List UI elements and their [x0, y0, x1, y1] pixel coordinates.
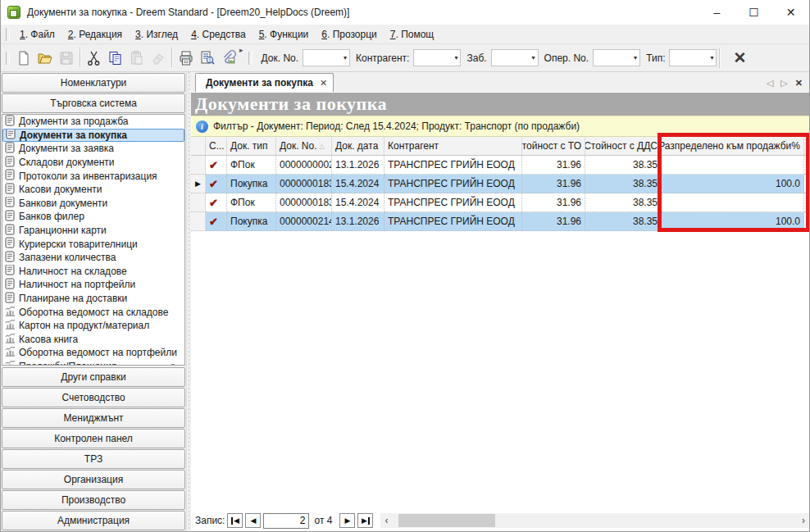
sidebar-item-label: Документи за продажба	[19, 116, 128, 127]
column-header-doc_date[interactable]: Док. дата	[332, 137, 385, 156]
column-header-value_vat[interactable]: Стойност с ДДС	[585, 137, 662, 156]
sidebar-item[interactable]: Касови документи	[2, 183, 184, 197]
table-row[interactable]: ▶✔Покупка000000018315.4.2024ТРАНСПРЕС ГР…	[191, 175, 809, 193]
row-selector[interactable]: ▶	[191, 175, 206, 193]
record-number-input[interactable]	[263, 513, 309, 529]
scrollbar-thumb[interactable]	[398, 514, 495, 527]
application-window: Документи за покупка - Dreem Standard - …	[0, 0, 810, 532]
column-header-check[interactable]: С...	[206, 137, 227, 156]
row-filler	[804, 193, 809, 212]
sidebar-item[interactable]: Протоколи за инвентаризация	[2, 169, 184, 183]
sidebar-item[interactable]: Документи за покупка	[2, 129, 184, 143]
column-header-doc_type[interactable]: Док. тип	[227, 137, 276, 156]
filter-combo-3[interactable]: ▾	[491, 49, 539, 66]
cell-check: ✔	[206, 212, 227, 231]
column-header-value_to[interactable]: Стойност с ТО	[522, 137, 585, 156]
scroll-left-icon[interactable]: ‹	[380, 515, 392, 526]
row-selector[interactable]	[191, 212, 206, 231]
sidebar-section-button-bottom-7[interactable]: Производство	[2, 490, 185, 510]
attach-icon[interactable]	[218, 48, 239, 69]
maximize-icon[interactable]: ☐	[735, 0, 772, 25]
sidebar-section-button-bottom-4[interactable]: Контролен панел	[2, 429, 185, 448]
sidebar-list: Документи за продажбаДокументи за покупк…	[2, 114, 185, 366]
horizontal-scrollbar[interactable]: ‹ ›	[380, 513, 809, 528]
menu-item-6[interactable]: 6. Прозорци	[315, 26, 383, 43]
tab-documents-purchase[interactable]: Документи за покупка ✕	[195, 73, 334, 92]
close-icon[interactable]: ✕	[772, 0, 809, 25]
table-row[interactable]: ✔ФПок000000000213.1.2026ТРАНСПРЕС ГРИЙН …	[191, 156, 809, 175]
sidebar-item[interactable]: Наличност на складове	[2, 265, 184, 279]
sidebar-bottom-buttons: Други справкиСчетоводствоМениджмънтКонтр…	[1, 366, 186, 531]
open-folder-icon[interactable]	[34, 48, 56, 69]
filter-combo-5[interactable]: ▾	[669, 49, 717, 66]
sidebar-item-label: Банкови документи	[19, 198, 107, 209]
sidebar-item[interactable]: Оборотна ведомост на складове	[2, 305, 184, 319]
report-icon	[5, 319, 16, 332]
menu-item-4[interactable]: 4. Средства	[184, 26, 253, 43]
filter-combo-4[interactable]: ▾	[593, 49, 640, 66]
row-selector[interactable]	[191, 156, 206, 175]
nav-next-button[interactable]: ▶	[339, 513, 355, 528]
sidebar-item[interactable]: Банков филер	[2, 210, 184, 224]
sidebar-item[interactable]: Документи за продажба	[2, 115, 184, 129]
copy-icon[interactable]	[105, 48, 126, 69]
cut-icon[interactable]	[84, 48, 105, 69]
scroll-right-icon[interactable]: ›	[798, 515, 809, 526]
menu-item-2[interactable]: 2. Редакция	[61, 26, 129, 43]
menu-item-5[interactable]: 5. Функции	[253, 26, 316, 43]
check-icon: ✔	[209, 197, 218, 209]
print-icon[interactable]	[175, 48, 197, 69]
cell-doc_no: 0000000214	[276, 212, 332, 231]
menu-item-3[interactable]: 3. Изглед	[129, 26, 184, 43]
check-icon: ✔	[209, 159, 218, 171]
toolbar-overflow-icon[interactable]: ▸	[239, 46, 243, 54]
tab-close-all-icon[interactable]: ✕	[795, 78, 803, 89]
table-row[interactable]: ✔ФПок000000018315.4.2024ТРАНСПРЕС ГРИЙН …	[191, 193, 809, 212]
list-scroll-down-icon[interactable]: ▼	[170, 362, 183, 366]
scrollbar-track[interactable]	[392, 513, 798, 528]
sidebar-item[interactable]: Складови документи	[2, 156, 184, 170]
tab-close-icon[interactable]: ✕	[320, 78, 327, 89]
sidebar-section-button-bottom-6[interactable]: Организация	[2, 470, 185, 489]
sidebar-item[interactable]: Запазени количества	[2, 251, 184, 265]
sidebar-section-button-2[interactable]: Търговска система	[2, 93, 185, 113]
sidebar-item[interactable]: Картон на продукт/материал	[2, 319, 184, 333]
sidebar-item[interactable]: Продажби/Плащания▼	[2, 360, 184, 366]
sidebar-item[interactable]: Гаранционни карти	[2, 224, 184, 238]
menu-item-1[interactable]: 1. Файл	[13, 26, 61, 43]
column-header-doc_no[interactable]: Док. No.△	[276, 137, 332, 156]
sidebar-section-button-bottom-5[interactable]: ТРЗ	[2, 449, 185, 469]
column-header-contragent[interactable]: Контрагент	[385, 137, 522, 156]
sidebar-item[interactable]: Касова книга	[2, 333, 184, 347]
nav-last-button[interactable]: ▶	[357, 513, 373, 528]
minimize-icon[interactable]: –	[699, 0, 735, 25]
tab-scroll-left-icon[interactable]: ◁	[767, 78, 773, 89]
row-selector[interactable]	[191, 193, 206, 212]
cell-contragent: ТРАНСПРЕС ГРИЙН ЕООД	[385, 175, 522, 193]
column-header-pct[interactable]: Разпределено към продажби%	[662, 137, 804, 156]
sidebar-section-button-1[interactable]: Номенклатури	[2, 73, 185, 93]
sidebar-item[interactable]: Куриерски товарителници	[2, 237, 184, 251]
print-preview-icon[interactable]	[197, 48, 218, 69]
new-document-icon[interactable]	[13, 48, 34, 69]
toolbar-separator	[719, 48, 721, 68]
sidebar-section-button-bottom-8[interactable]: Администрация	[2, 511, 185, 530]
nav-prev-button[interactable]: ◀	[245, 513, 261, 528]
document-icon	[6, 129, 16, 143]
cell-pct	[662, 156, 804, 175]
sidebar-item[interactable]: Документи за заявка	[2, 142, 184, 156]
sidebar-section-button-bottom-3[interactable]: Мениджмънт	[2, 408, 185, 428]
nav-first-button[interactable]: ◀	[227, 513, 243, 528]
clear-filter-icon[interactable]: ✕	[733, 48, 746, 67]
sidebar-item[interactable]: Планиране на доставки	[2, 292, 184, 306]
filter-combo-1[interactable]: ▾	[303, 49, 350, 66]
filter-combo-2[interactable]: ▾	[413, 49, 461, 66]
sidebar-item[interactable]: Наличност на портфейли	[2, 278, 184, 292]
tab-scroll-right-icon[interactable]: ▷	[780, 78, 787, 89]
sidebar-item[interactable]: Оборотна ведомост на портфейли	[2, 346, 184, 360]
sidebar-section-button-bottom-2[interactable]: Счетоводство	[2, 388, 185, 407]
menu-item-7[interactable]: 7. Помощ	[384, 26, 440, 43]
sidebar-section-button-bottom-1[interactable]: Други справки	[2, 367, 185, 387]
table-row[interactable]: ✔Покупка000000021413.1.2026ТРАНСПРЕС ГРИ…	[191, 212, 809, 231]
sidebar-item[interactable]: Банкови документи	[2, 197, 184, 211]
